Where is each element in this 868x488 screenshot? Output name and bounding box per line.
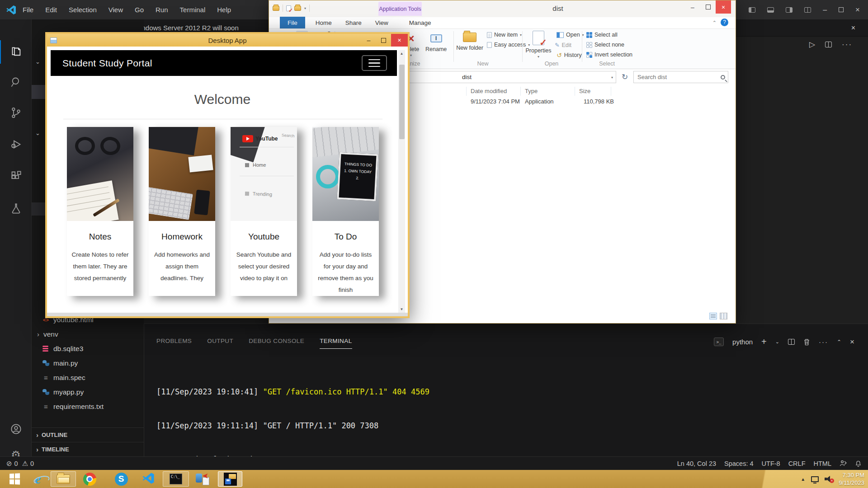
column-type[interactable]: Type bbox=[525, 88, 538, 94]
portal-brand[interactable]: Student Study Portal bbox=[62, 58, 152, 69]
folder-venv[interactable]: › venv bbox=[32, 327, 144, 341]
split-editor-icon[interactable] bbox=[825, 42, 832, 47]
tab-home[interactable]: Home bbox=[309, 17, 339, 28]
card-notes[interactable]: Notes Create Notes to refer them later. … bbox=[67, 127, 133, 296]
menu-terminal[interactable]: Terminal bbox=[174, 6, 212, 14]
maximize-icon[interactable] bbox=[376, 34, 391, 47]
explorer-files-icon[interactable] bbox=[0, 40, 32, 64]
taskbar-cmd[interactable]: C:\_ bbox=[163, 471, 189, 487]
menu-file[interactable]: File bbox=[17, 6, 39, 14]
shell-label[interactable]: python bbox=[732, 338, 753, 346]
card-youtube[interactable]: YouTube Search Home Trending Youtube Sea… bbox=[231, 127, 297, 296]
taskbar-installer[interactable]: ➤ bbox=[193, 471, 212, 487]
card-todo[interactable]: THINGS TO DO 1. OWN TODAY 2. To Do Add y… bbox=[312, 127, 379, 296]
chevron-down-icon[interactable]: ⌄ bbox=[35, 58, 40, 65]
tab-debug-console[interactable]: DEBUG CONSOLE bbox=[249, 338, 304, 349]
tab-view[interactable]: View bbox=[368, 17, 395, 28]
more-actions-icon[interactable]: ··· bbox=[842, 40, 852, 49]
help-icon[interactable]: ? bbox=[721, 19, 728, 26]
open-button[interactable]: Open▾ bbox=[557, 32, 584, 38]
split-terminal-icon[interactable] bbox=[788, 339, 795, 345]
tab-file[interactable]: File bbox=[280, 17, 305, 28]
customize-quick-access-icon[interactable]: ▾ bbox=[304, 6, 306, 10]
explorer-titlebar[interactable]: ▾ Application Tools dist – × bbox=[269, 0, 736, 17]
minimize-ribbon-icon[interactable]: ⌃ bbox=[712, 20, 717, 26]
account-icon[interactable] bbox=[0, 417, 32, 441]
feedback-icon[interactable] bbox=[840, 460, 847, 467]
window-close-icon[interactable]: × bbox=[855, 5, 860, 14]
network-icon[interactable] bbox=[811, 476, 819, 482]
history-button[interactable]: ↺ History bbox=[557, 52, 582, 59]
maximize-panel-icon[interactable]: ⌃ bbox=[837, 339, 841, 345]
scroll-down-icon[interactable]: ▼ bbox=[398, 306, 405, 313]
tab-terminal[interactable]: TERMINAL bbox=[320, 338, 352, 349]
new-terminal-icon[interactable]: + bbox=[761, 337, 767, 347]
start-button[interactable] bbox=[5, 471, 24, 487]
new-folder-button[interactable]: New folder bbox=[456, 31, 484, 52]
close-icon[interactable]: × bbox=[716, 0, 731, 14]
scrollbar-thumb[interactable] bbox=[399, 65, 405, 139]
customize-layout-icon[interactable] bbox=[804, 7, 811, 13]
toggle-sidebar-icon[interactable] bbox=[749, 7, 755, 13]
search-icon[interactable] bbox=[0, 70, 32, 94]
sidebar-section-timeline[interactable]: › TIMELINE bbox=[32, 442, 144, 456]
run-file-icon[interactable]: ▷ bbox=[809, 40, 815, 49]
toggle-panel-icon[interactable] bbox=[767, 7, 774, 13]
select-all-button[interactable]: Select all bbox=[586, 32, 618, 38]
quick-access-properties-icon[interactable] bbox=[286, 5, 291, 11]
scroll-up-icon[interactable]: ▲ bbox=[398, 50, 405, 57]
thumbnails-view-icon[interactable] bbox=[720, 313, 727, 319]
eol-sequence[interactable]: CRLF bbox=[788, 460, 806, 467]
taskbar-chrome[interactable] bbox=[80, 471, 99, 487]
language-mode[interactable]: HTML bbox=[814, 460, 831, 467]
address-dropdown-icon[interactable]: ▾ bbox=[611, 75, 613, 80]
taskbar-skype[interactable]: S bbox=[111, 471, 131, 487]
minimize-icon[interactable]: – bbox=[685, 0, 700, 14]
chevron-down-icon[interactable]: ⌄ bbox=[35, 130, 40, 136]
taskbar-clock[interactable]: 7:30 PM 9/11/2023 bbox=[839, 471, 864, 487]
card-homework[interactable]: Homework Add homeworks and assign them d… bbox=[149, 127, 215, 296]
menu-selection[interactable]: Selection bbox=[63, 6, 103, 14]
run-debug-icon[interactable] bbox=[0, 132, 32, 156]
column-size[interactable]: Size bbox=[579, 88, 590, 94]
file-requirements-txt[interactable]: ≡ requirements.txt bbox=[32, 399, 144, 413]
taskbar-vscode[interactable] bbox=[138, 471, 158, 487]
select-none-button[interactable]: Select none bbox=[586, 42, 624, 48]
chevron-down-icon[interactable]: ⌄ bbox=[775, 339, 779, 345]
more-actions-icon[interactable]: ··· bbox=[819, 338, 828, 346]
search-box[interactable] bbox=[633, 71, 728, 83]
tab-problems[interactable]: PROBLEMS bbox=[156, 338, 192, 349]
file-main-spec[interactable]: ≡ main.spec bbox=[32, 371, 144, 385]
banner-close-icon[interactable]: × bbox=[851, 24, 855, 32]
menu-view[interactable]: View bbox=[103, 6, 129, 14]
taskbar-ie[interactable]: e bbox=[28, 471, 48, 487]
menu-help[interactable]: Help bbox=[211, 6, 237, 14]
taskbar-file-explorer[interactable] bbox=[51, 471, 76, 487]
volume-muted-icon[interactable]: × bbox=[825, 476, 833, 482]
column-date-modified[interactable]: Date modified bbox=[471, 88, 507, 94]
details-view-icon[interactable] bbox=[709, 313, 717, 319]
search-input[interactable] bbox=[634, 74, 721, 80]
properties-button[interactable]: Properties ▾ bbox=[525, 31, 552, 59]
window-minimize-icon[interactable]: – bbox=[823, 6, 827, 14]
hamburger-menu-icon[interactable] bbox=[362, 55, 387, 71]
portal-titlebar[interactable]: Desktop App – × bbox=[47, 34, 408, 47]
indentation[interactable]: Spaces: 4 bbox=[724, 460, 754, 467]
minimize-icon[interactable]: – bbox=[361, 34, 376, 47]
portal-scrollbar[interactable]: ▲ ▼ bbox=[398, 50, 405, 313]
new-item-button[interactable]: New item▾ bbox=[487, 32, 522, 38]
hidden-icons-chevron[interactable]: ▲ bbox=[801, 477, 805, 482]
toggle-secondary-sidebar-icon[interactable] bbox=[786, 7, 793, 13]
refresh-icon[interactable]: ↻ bbox=[622, 72, 628, 82]
breadcrumb-current[interactable]: dist bbox=[462, 74, 472, 80]
close-panel-icon[interactable]: × bbox=[850, 338, 854, 347]
problems-status[interactable]: ⊘ 0 ⚠ 0 bbox=[6, 460, 34, 468]
menu-go[interactable]: Go bbox=[129, 6, 150, 14]
extensions-icon[interactable] bbox=[0, 164, 32, 188]
rename-button[interactable]: Rename bbox=[425, 32, 447, 52]
menu-edit[interactable]: Edit bbox=[39, 6, 63, 14]
tab-output[interactable]: OUTPUT bbox=[207, 338, 233, 349]
tab-share[interactable]: Share bbox=[339, 17, 368, 28]
invert-selection-button[interactable]: Invert selection bbox=[586, 52, 632, 58]
menu-run[interactable]: Run bbox=[150, 6, 174, 14]
